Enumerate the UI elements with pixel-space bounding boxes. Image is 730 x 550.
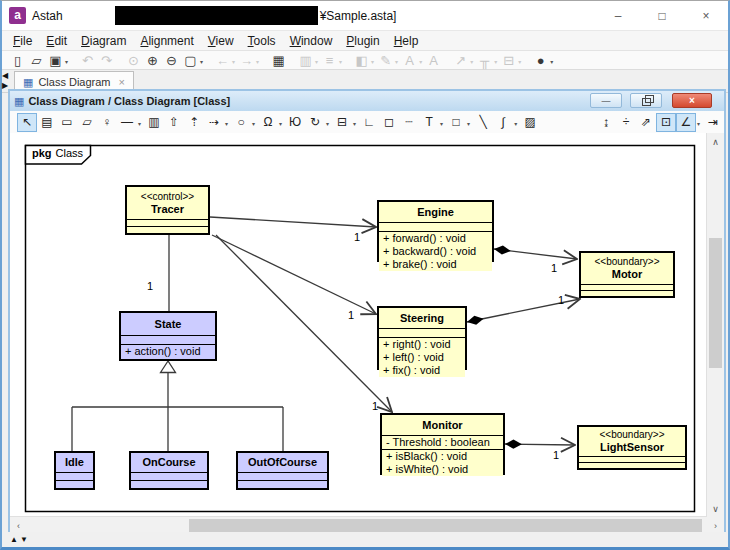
multiplicity-label[interactable]: 1 bbox=[551, 262, 557, 274]
panel-collapse-left-icon[interactable]: ◀ bbox=[2, 72, 8, 80]
association-tracer-monitor[interactable] bbox=[216, 235, 392, 412]
zoom-out-icon[interactable]: ⊖ bbox=[162, 52, 181, 69]
image-tool-icon[interactable]: ▨ bbox=[521, 114, 539, 131]
alignment-dropdown-icon[interactable]: ▾ bbox=[518, 58, 521, 65]
composition-engine-motor[interactable] bbox=[494, 249, 577, 259]
provided-interface-tool-dropdown-icon[interactable]: ▾ bbox=[326, 120, 329, 127]
usecase-tool-dropdown-icon[interactable]: ▾ bbox=[279, 120, 282, 127]
back-dropdown-icon[interactable]: ▾ bbox=[232, 58, 235, 65]
rectangle-tool-icon[interactable]: □ bbox=[447, 114, 465, 131]
scroll-down-arrow[interactable]: ∨ bbox=[707, 500, 724, 517]
class-tracer[interactable]: <<control>>Tracer bbox=[125, 185, 210, 235]
merge-route-icon[interactable]: ⇥ bbox=[704, 114, 722, 131]
dependency-tool-dropdown-icon[interactable]: ▾ bbox=[225, 120, 228, 127]
qualifier-tool-icon[interactable]: ∟ bbox=[360, 114, 378, 131]
visibility-dropdown-icon[interactable]: ▾ bbox=[315, 58, 318, 65]
class-engine[interactable]: Engine+ forward() : void+ backward() : v… bbox=[377, 200, 494, 262]
menu-file[interactable]: File bbox=[6, 33, 39, 49]
vertical-scroll-thumb[interactable] bbox=[709, 238, 722, 368]
multiplicity-label[interactable]: 1 bbox=[354, 231, 360, 243]
menu-help[interactable]: Help bbox=[387, 33, 426, 49]
line-shape-dropdown-icon[interactable]: ▾ bbox=[470, 58, 473, 65]
save-dropdown-icon[interactable]: ▾ bbox=[65, 58, 68, 65]
instance-tool-icon[interactable]: ⊟ bbox=[333, 114, 351, 131]
menu-window[interactable]: Window bbox=[283, 33, 340, 49]
font-settings-icon[interactable]: A bbox=[424, 52, 443, 69]
anchor-tool-icon[interactable]: ○ bbox=[232, 114, 250, 131]
splitter-handle[interactable]: ▲ ▼ bbox=[10, 535, 28, 545]
note-tool-icon[interactable]: ◻ bbox=[380, 114, 398, 131]
alignment-icon[interactable]: ⊟ bbox=[499, 52, 518, 69]
inner-restore-button[interactable] bbox=[630, 93, 662, 108]
menu-diagram[interactable]: Diagram bbox=[74, 33, 133, 49]
line-color-icon[interactable]: ✎ bbox=[376, 52, 395, 69]
fit-view-dropdown-icon[interactable]: ▾ bbox=[200, 58, 203, 65]
freehand-tool-icon[interactable]: ∫ bbox=[494, 114, 512, 131]
fill-color-icon[interactable]: ◧ bbox=[352, 52, 371, 69]
class-motor[interactable]: <<boundary>>Motor bbox=[579, 251, 675, 298]
font-color-icon[interactable]: A bbox=[400, 52, 419, 69]
multiplicity-label[interactable]: 1 bbox=[372, 400, 378, 412]
maximize-button[interactable]: □ bbox=[640, 1, 684, 30]
diagram-canvas[interactable]: pkgClass <<control>>TracerEngine+ forwar… bbox=[10, 133, 707, 517]
class-state[interactable]: State+ action() : void bbox=[119, 311, 217, 361]
pin-tool-icon[interactable]: ♀ bbox=[98, 114, 116, 131]
association-tracer-steering[interactable] bbox=[212, 235, 376, 314]
association-class-tool-icon[interactable]: ▥ bbox=[145, 114, 163, 131]
class-tool-icon[interactable]: ▤ bbox=[38, 114, 56, 131]
diagram-map-icon[interactable]: ▦ bbox=[269, 52, 288, 69]
distribute-horizontal-icon[interactable]: ÷ bbox=[617, 114, 635, 131]
distribute-vertical-icon[interactable]: ↨ bbox=[597, 114, 615, 131]
class-idle[interactable]: Idle bbox=[54, 451, 95, 490]
new-file-icon[interactable]: ▯ bbox=[8, 52, 27, 69]
menu-edit[interactable]: Edit bbox=[39, 33, 74, 49]
class-oncourse[interactable]: OnCourse bbox=[129, 451, 209, 490]
splitter-down-icon[interactable]: ▼ bbox=[20, 535, 28, 545]
splitter-up-icon[interactable]: ▲ bbox=[10, 535, 18, 545]
select-tool-icon[interactable]: ↖ bbox=[18, 114, 36, 131]
line-shape-icon[interactable]: ↗ bbox=[451, 52, 470, 69]
zoom-tool-icon[interactable]: ⊙ bbox=[124, 52, 143, 69]
forward-icon[interactable]: → bbox=[237, 52, 256, 69]
inner-minimize-button[interactable]: — bbox=[590, 93, 622, 108]
class-outofcourse[interactable]: OutOfCourse bbox=[236, 451, 329, 490]
forward-dropdown-icon[interactable]: ▾ bbox=[256, 58, 259, 65]
inner-close-button[interactable]: × bbox=[672, 93, 712, 108]
visibility-icon[interactable]: ▥ bbox=[296, 52, 315, 69]
line-routing-icon[interactable]: ∠ bbox=[677, 114, 695, 131]
appearance-dropdown-icon[interactable]: ▾ bbox=[550, 58, 553, 65]
text-tool-dropdown-icon[interactable]: ▾ bbox=[440, 120, 443, 127]
font-color-dropdown-icon[interactable]: ▾ bbox=[419, 58, 422, 65]
generalization-tool-icon[interactable]: ⇧ bbox=[165, 114, 183, 131]
redo-icon[interactable]: ↷ bbox=[97, 52, 116, 69]
note-anchor-tool-icon[interactable]: ┈ bbox=[400, 114, 418, 131]
stereotype-view-icon[interactable]: ≡ bbox=[320, 52, 339, 69]
text-tool-icon[interactable]: T bbox=[420, 114, 438, 131]
line-tool-icon[interactable]: ╲ bbox=[474, 114, 492, 131]
appearance-icon[interactable]: ● bbox=[531, 52, 550, 69]
multiplicity-label[interactable]: 1 bbox=[553, 449, 559, 461]
diagram-window-title-bar[interactable]: ▦ Class Diagram / Class Diagram [Class] … bbox=[10, 91, 724, 112]
grid-snap-icon[interactable]: ⊡ bbox=[657, 114, 675, 131]
minimize-button[interactable]: – bbox=[596, 1, 640, 30]
line-color-dropdown-icon[interactable]: ▾ bbox=[395, 58, 398, 65]
class-lightsensor[interactable]: <<boundary>>LightSensor bbox=[577, 425, 687, 470]
menu-view[interactable]: View bbox=[201, 33, 241, 49]
pin-location-icon[interactable]: ⇗ bbox=[637, 114, 655, 131]
freehand-tool-dropdown-icon[interactable]: ▾ bbox=[514, 120, 517, 127]
rectangle-tool-dropdown-icon[interactable]: ▾ bbox=[467, 120, 470, 127]
zoom-in-icon[interactable]: ⊕ bbox=[143, 52, 162, 69]
menu-plugin[interactable]: Plugin bbox=[339, 33, 386, 49]
class-steering[interactable]: Steering+ right() : void+ left() : void+… bbox=[377, 306, 467, 370]
save-icon[interactable]: ▣ bbox=[46, 52, 65, 69]
stereotype-view-dropdown-icon[interactable]: ▾ bbox=[339, 58, 342, 65]
line-routing-dropdown-icon[interactable]: ▾ bbox=[697, 120, 700, 127]
fill-color-dropdown-icon[interactable]: ▾ bbox=[371, 58, 374, 65]
undo-icon[interactable]: ↶ bbox=[78, 52, 97, 69]
frame-label[interactable]: pkgClass bbox=[32, 147, 83, 159]
horizontal-scroll-thumb[interactable] bbox=[189, 519, 702, 532]
multiplicity-label[interactable]: 1 bbox=[348, 309, 354, 321]
composition-monitor-lightsensor[interactable] bbox=[505, 444, 575, 445]
class-monitor[interactable]: Monitor- Threshold : boolean+ isBlack() … bbox=[380, 413, 505, 475]
open-file-icon[interactable]: ▱ bbox=[27, 52, 46, 69]
